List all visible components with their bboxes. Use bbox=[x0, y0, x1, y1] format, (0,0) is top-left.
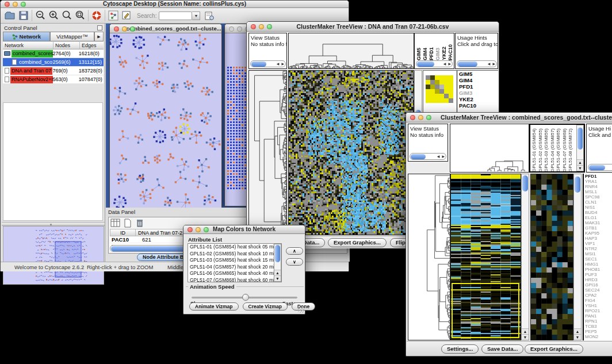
gene-label[interactable]: GIM5 bbox=[457, 71, 498, 77]
gene-label[interactable]: YSH1 bbox=[584, 303, 612, 308]
tv1-export-graphics-button[interactable]: Export Graphics... bbox=[328, 238, 387, 247]
tv1-row-dendrogram[interactable] bbox=[248, 70, 287, 235]
slider-thumb[interactable] bbox=[242, 294, 249, 301]
resize-grip[interactable] bbox=[298, 307, 304, 313]
tv2-column-label[interactable]: GPL51-07 (GSM868) bbox=[562, 125, 568, 172]
attribute-list-item[interactable]: GPL51-03 (GSM856) heat shock 15 min bbox=[188, 257, 274, 264]
dialog-button[interactable]: Animate Vizmap bbox=[189, 302, 239, 311]
close-button[interactable] bbox=[188, 227, 193, 232]
gene-label[interactable]: RNR4 bbox=[584, 184, 612, 189]
tv2-zoom-vscrollbar[interactable]: ▲▼ bbox=[573, 174, 582, 340]
tv1-column-label[interactable]: GIM4 bbox=[422, 48, 429, 60]
tv1-heatmap[interactable] bbox=[288, 70, 414, 235]
tab-network[interactable]: Network bbox=[3, 32, 50, 41]
tab-vizmapper[interactable]: VizMapper™ bbox=[50, 32, 95, 41]
tv2-column-label[interactable]: GPL51-04 (GSM857) bbox=[550, 125, 556, 172]
close-button[interactable] bbox=[5, 2, 10, 7]
gene-label[interactable]: NTR2 bbox=[584, 246, 612, 251]
close-button[interactable] bbox=[410, 115, 415, 120]
data-col-id[interactable]: ID bbox=[110, 229, 136, 236]
tv2-column-label[interactable]: GPL51-02 (GSM855) bbox=[538, 125, 544, 172]
gene-label[interactable]: SEC24 bbox=[584, 288, 612, 293]
network-table-row[interactable]: combined_sco 2569(6) 13112(15) bbox=[3, 58, 104, 67]
network-window-1[interactable]: combined_scores_good.txt--cluste... bbox=[109, 24, 222, 208]
gene-label[interactable]: YKE2 bbox=[457, 96, 498, 102]
close-button[interactable] bbox=[251, 24, 256, 29]
gene-label[interactable]: PEP5 bbox=[584, 329, 612, 334]
gene-label[interactable]: NIS1 bbox=[584, 205, 612, 210]
attribute-list-item[interactable]: GPL51-04 (GSM857) heat shock 20 min bbox=[188, 264, 274, 271]
gene-label[interactable]: SPC98 bbox=[584, 194, 612, 200]
network-view-canvas-1[interactable] bbox=[110, 33, 221, 208]
panel-splitter[interactable] bbox=[2, 222, 105, 226]
gene-label[interactable]: RPN1 bbox=[584, 319, 612, 324]
tv2-labels-vscrollbar[interactable]: ▲▼ bbox=[576, 125, 584, 171]
network-table-row[interactable]: DNA and Tran 07 769(0) 183728(0) bbox=[3, 67, 104, 75]
dialog-button[interactable]: Create Vizmap bbox=[243, 302, 288, 311]
minimize-button[interactable] bbox=[196, 227, 201, 232]
gene-label[interactable]: CLN1 bbox=[584, 200, 612, 205]
tv2-column-label[interactable]: GPL51-06 (GSM865) bbox=[556, 125, 562, 172]
zoom-selected-icon[interactable] bbox=[74, 10, 86, 21]
tv1-column-label[interactable]: GIM5 bbox=[416, 48, 422, 60]
tab-overflow-button[interactable]: ▶ bbox=[94, 32, 104, 41]
tv1-titlebar[interactable]: ClusterMaker TreeView : DNA and Tran 07-… bbox=[247, 22, 499, 32]
tv2-column-label[interactable]: GPL51-01 (GSM854) bbox=[531, 125, 538, 172]
gene-label[interactable]: GIM4 bbox=[457, 77, 498, 83]
tv2-hints-scrollbar[interactable] bbox=[588, 164, 612, 171]
tv1-column-label[interactable]: GIM3 bbox=[435, 48, 441, 60]
main-titlebar[interactable]: Cytoscape Desktop (Session Name: collins… bbox=[1, 1, 349, 8]
zoom-fit-icon[interactable] bbox=[61, 10, 72, 21]
gene-label[interactable]: TCB3 bbox=[584, 324, 612, 329]
new-attribute-icon[interactable] bbox=[123, 219, 133, 228]
tv2-column-label[interactable]: GPL51-08 (GSM872) bbox=[568, 125, 574, 172]
network-nodes-icon[interactable] bbox=[108, 10, 119, 21]
gene-label[interactable]: PHO81 bbox=[584, 267, 612, 272]
gene-label[interactable]: FIG4 bbox=[584, 298, 612, 303]
gene-label[interactable]: PUF3 bbox=[584, 272, 612, 277]
attribute-list-item[interactable]: GPL51-01 (GSM854) heat shock 05 min bbox=[188, 244, 274, 251]
gene-label[interactable]: GPI16 bbox=[584, 282, 612, 288]
tv2-titlebar[interactable]: ClusterMaker TreeView : combined_scores_… bbox=[406, 113, 612, 122]
attribute-listbox[interactable]: GPL51-01 (GSM854) heat shock 05 minGPL51… bbox=[188, 243, 282, 282]
minimize-button[interactable] bbox=[122, 26, 127, 32]
attribute-list-item[interactable]: GPL51-07 (GSM868) heat shock 60 min bbox=[188, 277, 274, 283]
tv2-column-label[interactable]: GPL51-03 (GSM856) bbox=[544, 125, 550, 172]
search-config-icon[interactable] bbox=[204, 10, 215, 21]
zoom-button[interactable] bbox=[426, 115, 431, 120]
move-down-button[interactable]: ∨ bbox=[286, 258, 303, 266]
gene-label[interactable]: MAK31 bbox=[584, 220, 612, 225]
gene-label[interactable]: HAP3 bbox=[584, 236, 612, 241]
gene-label[interactable]: MSL1 bbox=[584, 189, 612, 194]
attribute-list-item[interactable]: GPL51-06 (GSM865) heat shock 40 min bbox=[188, 270, 274, 277]
tv2-row-dendrogram[interactable] bbox=[408, 174, 450, 340]
tv2-save-data-button[interactable]: Save Data... bbox=[481, 344, 523, 354]
zoom-button[interactable] bbox=[21, 2, 26, 7]
search-input[interactable] bbox=[159, 12, 192, 20]
gene-label[interactable]: GIM3 bbox=[457, 90, 498, 96]
gene-label[interactable]: ELG1 bbox=[584, 215, 612, 220]
annotation-icon[interactable] bbox=[121, 10, 132, 21]
save-icon[interactable] bbox=[18, 10, 29, 21]
gene-label[interactable]: PAC10 bbox=[457, 102, 498, 109]
tv1-column-label[interactable]: PAC10 bbox=[447, 44, 454, 60]
gene-label[interactable]: GTB1 bbox=[584, 225, 612, 231]
gene-label[interactable]: KAP95 bbox=[584, 231, 612, 236]
gene-label[interactable]: PFD1 bbox=[584, 174, 612, 179]
gene-label[interactable]: RPO21 bbox=[584, 308, 612, 313]
minimize-button[interactable] bbox=[237, 26, 242, 32]
table-icon[interactable] bbox=[110, 219, 121, 228]
network-list-empty-area[interactable] bbox=[3, 102, 103, 221]
animation-slider[interactable] bbox=[192, 294, 297, 301]
network-overview-canvas[interactable] bbox=[3, 227, 104, 284]
search-dropdown-button[interactable]: ▼ bbox=[192, 12, 200, 20]
network-table-row[interactable]: combined_scores 2764(0) 16218(0) bbox=[3, 49, 104, 58]
attribute-list-item[interactable]: GPL51-02 (GSM855) heat shock 10 min bbox=[188, 251, 274, 258]
minimize-button[interactable] bbox=[13, 2, 18, 7]
help-lifesaver-icon[interactable] bbox=[91, 10, 102, 21]
tv2-zoom-heatmap[interactable] bbox=[530, 174, 573, 340]
close-button[interactable] bbox=[229, 26, 234, 32]
gene-label[interactable]: MSI1 bbox=[584, 251, 612, 256]
gene-label[interactable]: PFD1 bbox=[457, 83, 498, 90]
tv2-heatmap[interactable] bbox=[450, 174, 521, 340]
